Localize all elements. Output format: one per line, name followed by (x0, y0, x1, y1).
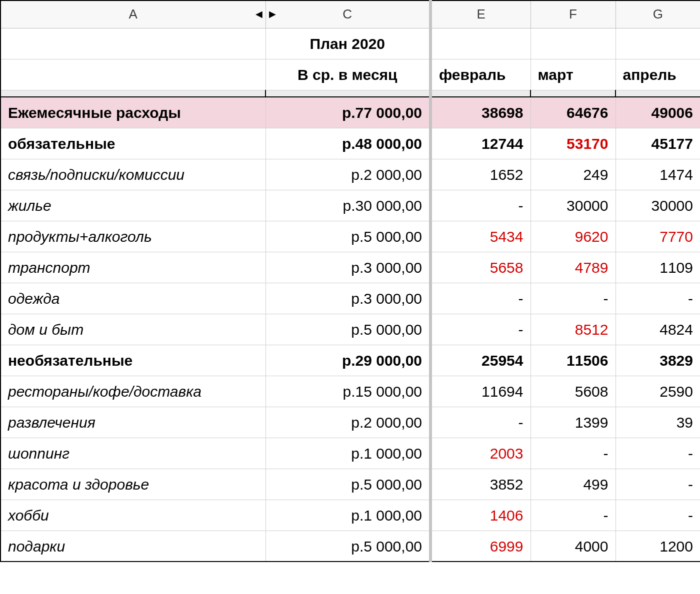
feb-cell[interactable]: - (430, 407, 530, 438)
budget-spreadsheet[interactable]: A ◀ ▶ C E F G План 2020 В ср. в месяц фе… (0, 0, 700, 562)
plan-cell[interactable]: р.15 000,00 (266, 376, 430, 407)
month-feb-cell[interactable]: февраль (430, 59, 530, 90)
feb-cell[interactable]: 1652 (430, 159, 530, 190)
feb-cell[interactable]: 3852 (430, 469, 530, 500)
apr-cell[interactable]: 1474 (616, 159, 700, 190)
feb-cell[interactable]: 5434 (430, 221, 530, 252)
mar-cell[interactable]: 30000 (530, 190, 616, 221)
apr-cell[interactable]: - (616, 438, 700, 469)
mar-cell[interactable]: 1399 (530, 407, 616, 438)
feb-cell[interactable]: 2003 (430, 438, 530, 469)
table-row: продукты+алкогольр.5 000,00543496207770 (0, 221, 700, 252)
row-label-cell[interactable]: шоппинг (0, 438, 266, 469)
mar-cell[interactable]: - (530, 438, 616, 469)
feb-cell[interactable]: 6999 (430, 531, 530, 562)
row-label-cell[interactable]: красота и здоровье (0, 469, 266, 500)
mar-cell[interactable]: 249 (530, 159, 616, 190)
apr-cell[interactable]: 45177 (616, 128, 700, 159)
cell[interactable] (616, 28, 700, 59)
row-label-cell[interactable]: обязательные (0, 128, 266, 159)
column-header-A[interactable]: A ◀ (0, 0, 266, 28)
apr-cell[interactable]: 1200 (616, 531, 700, 562)
mar-cell[interactable]: - (530, 500, 616, 531)
mar-cell[interactable]: - (530, 283, 616, 314)
apr-cell[interactable]: 1109 (616, 252, 700, 283)
apr-cell[interactable]: 2590 (616, 376, 700, 407)
month-apr-cell[interactable]: апрель (616, 59, 700, 90)
row-label-cell[interactable]: подарки (0, 531, 266, 562)
mar-cell[interactable]: 53170 (530, 128, 616, 159)
plan-cell[interactable]: р.3 000,00 (266, 252, 430, 283)
mar-cell[interactable]: 11506 (530, 345, 616, 376)
column-header-C[interactable]: ▶ C (266, 0, 430, 28)
plan-cell[interactable]: р.5 000,00 (266, 314, 430, 345)
mar-cell[interactable]: 5608 (530, 376, 616, 407)
column-header-E[interactable]: E (430, 0, 530, 28)
apr-cell[interactable]: - (616, 283, 700, 314)
apr-cell[interactable]: 39 (616, 407, 700, 438)
apr-cell[interactable]: 4824 (616, 314, 700, 345)
plan-cell[interactable]: р.30 000,00 (266, 190, 430, 221)
row-label-cell[interactable]: транспорт (0, 252, 266, 283)
mar-cell[interactable]: 4000 (530, 531, 616, 562)
mar-cell[interactable]: 4789 (530, 252, 616, 283)
feb-cell[interactable]: 5658 (430, 252, 530, 283)
feb-cell[interactable]: - (430, 283, 530, 314)
mar-cell[interactable]: 64676 (530, 97, 616, 128)
row-label-cell[interactable]: одежда (0, 283, 266, 314)
plan-cell[interactable]: р.2 000,00 (266, 159, 430, 190)
plan-cell[interactable]: р.5 000,00 (266, 531, 430, 562)
column-header-G[interactable]: G (616, 0, 700, 28)
table-row: дом и бытр.5 000,00-85124824 (0, 314, 700, 345)
mar-cell[interactable]: 9620 (530, 221, 616, 252)
row-label-cell[interactable]: хобби (0, 500, 266, 531)
apr-cell[interactable]: 49006 (616, 97, 700, 128)
row-label-cell[interactable]: развлечения (0, 407, 266, 438)
row-label-cell[interactable]: продукты+алкоголь (0, 221, 266, 252)
plan-cell[interactable]: р.5 000,00 (266, 221, 430, 252)
row-label-cell[interactable]: дом и быт (0, 314, 266, 345)
plan-cell[interactable]: р.3 000,00 (266, 283, 430, 314)
feb-cell[interactable]: - (430, 190, 530, 221)
column-header-F[interactable]: F (530, 0, 616, 28)
plan-title-cell[interactable]: План 2020 (266, 28, 430, 59)
row-label-cell[interactable]: Ежемесячные расходы (0, 97, 266, 128)
plan-cell[interactable]: р.77 000,00 (266, 97, 430, 128)
mar-cell[interactable]: 499 (530, 469, 616, 500)
column-label: G (653, 6, 663, 21)
apr-cell[interactable]: 30000 (616, 190, 700, 221)
feb-cell[interactable]: 38698 (430, 97, 530, 128)
mar-cell[interactable]: 8512 (530, 314, 616, 345)
plan-cell[interactable]: р.5 000,00 (266, 469, 430, 500)
column-label: A (129, 6, 138, 21)
table-row: жильер.30 000,00-3000030000 (0, 190, 700, 221)
collapse-left-icon[interactable]: ◀ (256, 8, 262, 20)
apr-cell[interactable]: - (616, 469, 700, 500)
avg-per-month-cell[interactable]: В ср. в месяц (266, 59, 430, 90)
plan-cell[interactable]: р.2 000,00 (266, 407, 430, 438)
cell[interactable] (0, 59, 266, 90)
table-row: связь/подписки/комиссиир.2 000,001652249… (0, 159, 700, 190)
row-label-cell[interactable]: связь/подписки/комиссии (0, 159, 266, 190)
expand-right-icon[interactable]: ▶ (269, 8, 276, 20)
plan-cell[interactable]: р.48 000,00 (266, 128, 430, 159)
apr-cell[interactable]: 3829 (616, 345, 700, 376)
cell[interactable] (530, 28, 616, 59)
month-mar-cell[interactable]: март (530, 59, 616, 90)
cell[interactable] (430, 28, 530, 59)
table-row: подаркир.5 000,00699940001200 (0, 531, 700, 562)
plan-cell[interactable]: р.1 000,00 (266, 438, 430, 469)
apr-cell[interactable]: - (616, 500, 700, 531)
feb-cell[interactable]: - (430, 314, 530, 345)
row-label-cell[interactable]: необязательные (0, 345, 266, 376)
plan-cell[interactable]: р.29 000,00 (266, 345, 430, 376)
feb-cell[interactable]: 25954 (430, 345, 530, 376)
row-label-cell[interactable]: рестораны/кофе/доставка (0, 376, 266, 407)
feb-cell[interactable]: 11694 (430, 376, 530, 407)
cell[interactable] (0, 28, 266, 59)
apr-cell[interactable]: 7770 (616, 221, 700, 252)
plan-cell[interactable]: р.1 000,00 (266, 500, 430, 531)
feb-cell[interactable]: 12744 (430, 128, 530, 159)
row-label-cell[interactable]: жилье (0, 190, 266, 221)
feb-cell[interactable]: 1406 (430, 500, 530, 531)
